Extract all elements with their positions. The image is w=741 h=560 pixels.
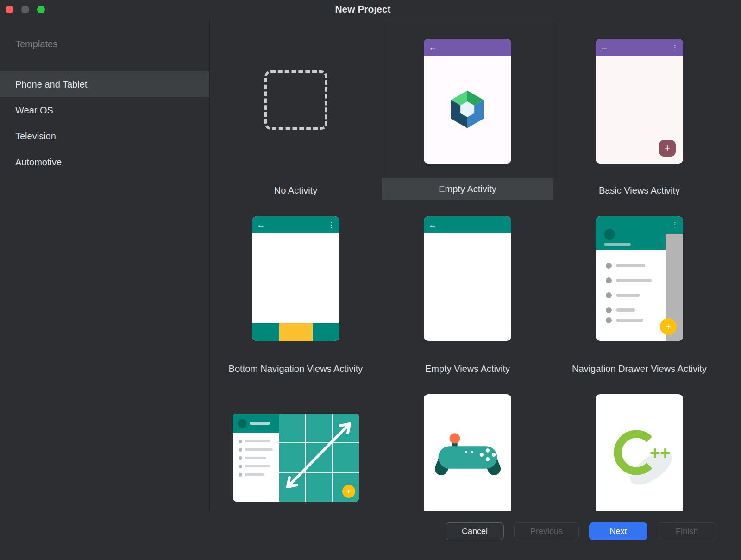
cpp-logo-icon: ++ [605, 419, 674, 489]
template-card-game-activity[interactable] [424, 394, 511, 514]
sidebar-header: Templates [15, 39, 57, 50]
list-line [616, 308, 635, 312]
list-line [616, 319, 643, 322]
sidebar-list: Phone and Tablet Wear OS Television Auto… [0, 71, 209, 175]
template-card-no-activity[interactable] [264, 70, 327, 130]
list-line [616, 279, 652, 282]
template-label-navigation-drawer[interactable]: Navigation Drawer Views Activity [553, 362, 725, 375]
jetpack-compose-icon [445, 87, 490, 132]
fab-icon: + [659, 140, 676, 157]
list-line [245, 457, 266, 459]
thumbnail-appbar: ← [424, 39, 511, 56]
list-bullet [606, 292, 612, 298]
svg-text:++: ++ [650, 443, 670, 463]
zoom-button[interactable] [37, 6, 45, 13]
template-card-navigation-drawer[interactable]: ⋮ + [596, 216, 683, 341]
list-bullet [239, 456, 242, 460]
list-bullet [606, 277, 612, 283]
drawer-header-line [604, 243, 631, 246]
previous-button[interactable]: Previous [514, 522, 579, 540]
close-button[interactable] [6, 6, 13, 13]
back-arrow-icon: ← [257, 220, 265, 229]
list-line [245, 473, 264, 476]
sidebar-item-television[interactable]: Television [0, 123, 209, 149]
footer-buttons: Cancel Previous Next Finish [446, 522, 716, 540]
template-label-no-activity[interactable]: No Activity [210, 184, 382, 197]
list-bullet [239, 473, 242, 477]
game-controller-icon [433, 428, 502, 480]
dialog-footer: Cancel Previous Next Finish [0, 511, 741, 560]
back-arrow-icon: ← [600, 43, 609, 51]
window-controls [6, 6, 45, 13]
list-bullet [239, 448, 242, 452]
finish-button[interactable]: Finish [658, 522, 716, 540]
cancel-button[interactable]: Cancel [446, 522, 504, 540]
list-bullet [606, 263, 612, 269]
list-line [245, 440, 270, 442]
list-panel [233, 414, 279, 502]
template-label-empty-activity[interactable]: Empty Activity [382, 178, 553, 200]
panel-header-line [250, 422, 270, 425]
list-line [245, 465, 270, 467]
thumbnail-appbar: ← ⋮ [596, 39, 683, 56]
nav-segment [313, 323, 340, 341]
avatar-icon [604, 229, 615, 240]
list-bullet [606, 307, 612, 313]
sidebar-item-automotive[interactable]: Automotive [0, 149, 209, 175]
avatar-icon [238, 419, 247, 428]
back-arrow-icon: ← [428, 43, 437, 51]
back-arrow-icon: ← [428, 220, 437, 229]
kebab-menu-icon: ⋮ [328, 221, 335, 228]
list-line [245, 448, 273, 451]
empty-activity-thumbnail[interactable]: ← [424, 39, 511, 164]
template-card-bottom-navigation[interactable]: ← ⋮ [252, 216, 339, 341]
dialog-title: New Project [0, 4, 726, 15]
sidebar-item-phone-and-tablet[interactable]: Phone and Tablet [0, 71, 209, 97]
bottom-navigation-bar [252, 323, 339, 341]
thumbnail-appbar: ← ⋮ [252, 216, 339, 233]
list-line [616, 264, 645, 267]
fab-icon: + [342, 485, 355, 498]
template-card-native-cpp[interactable]: ++ [596, 394, 683, 514]
thumbnail-appbar: ← [424, 216, 511, 233]
nav-segment-active [279, 323, 313, 341]
template-label-basic-views[interactable]: Basic Views Activity [553, 184, 725, 197]
minimize-button[interactable] [21, 6, 29, 13]
template-card-basic-views[interactable]: ← ⋮ + [596, 39, 683, 164]
list-bullet [239, 440, 242, 443]
list-bullet [606, 317, 612, 323]
next-button[interactable]: Next [589, 522, 647, 540]
template-card-responsive-views[interactable]: + [233, 414, 359, 502]
fab-icon: + [660, 318, 677, 335]
template-card-empty-views[interactable]: ← [424, 216, 511, 341]
kebab-menu-icon: ⋮ [672, 44, 678, 51]
sidebar-divider [209, 20, 210, 511]
nav-segment [252, 323, 279, 341]
sidebar-item-wear-os[interactable]: Wear OS [0, 97, 209, 123]
templates-sidebar: Templates Phone and Tablet Wear OS Telev… [0, 19, 209, 511]
template-label-empty-views[interactable]: Empty Views Activity [382, 362, 553, 375]
list-line [616, 294, 640, 297]
list-bullet [239, 465, 242, 468]
kebab-menu-icon: ⋮ [672, 220, 678, 229]
template-label-bottom-navigation[interactable]: Bottom Navigation Views Activity [210, 362, 382, 375]
new-project-dialog: { "window": { "title": "New Project" }, … [0, 0, 741, 560]
